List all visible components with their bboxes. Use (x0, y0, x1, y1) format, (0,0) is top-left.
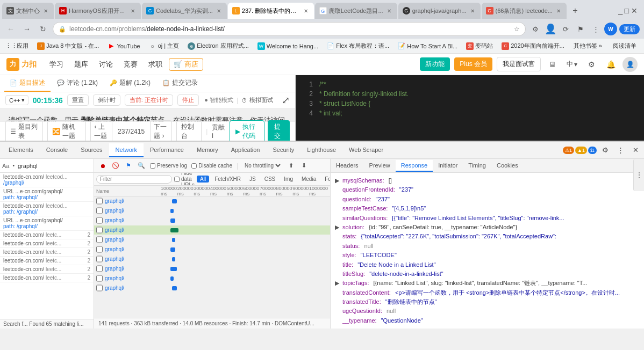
record-btn[interactable]: ⏺ (98, 162, 107, 170)
nav-problems[interactable]: 题库 (70, 57, 92, 71)
lc-logo[interactable]: 力 力扣 (6, 58, 37, 71)
nav-store[interactable]: 🛒 商店 (169, 58, 203, 71)
nav-contest[interactable]: 竞赛 (119, 57, 142, 71)
nav-item-5[interactable]: leetcode-cn.com/ leetc... 2 (0, 231, 94, 239)
tab-close-7[interactable]: ✕ (555, 7, 562, 14)
nav-item-6[interactable]: leetcode-cn.com/ leetc... 2 (0, 239, 94, 248)
devtools-more-btn[interactable]: ⋮ (614, 144, 627, 157)
network-filter-input[interactable] (96, 175, 172, 184)
extensions-button[interactable]: ⚙ (529, 23, 542, 35)
more-tools-icon[interactable]: ⋮ (589, 23, 602, 35)
filter-img[interactable]: Img (281, 176, 296, 183)
dt-tab-sources[interactable]: Sources (74, 143, 109, 157)
browser-tab-1[interactable]: 文 文档中心 ✕ (2, 3, 54, 19)
dt-tab-performance[interactable]: Performance (144, 143, 190, 157)
browser-tab-7[interactable]: C (66条消息) leetcode... ✕ (482, 3, 567, 19)
filter-media[interactable]: Media (298, 176, 319, 183)
net-item-3[interactable]: graphql/ (94, 216, 330, 225)
submit-btn[interactable]: 提交 (268, 120, 290, 141)
disable-cache-checkbox[interactable]: Disable cache (191, 163, 232, 169)
net-item-1[interactable]: graphql/ (94, 196, 330, 206)
bookmark-youtube[interactable]: ▶ YouTube (104, 41, 143, 51)
expand-icon-1[interactable]: ▶ (335, 177, 340, 185)
net-item-4[interactable]: graphql/ (94, 225, 330, 235)
notification-icon[interactable]: 🔔 (603, 57, 618, 72)
nav-item-9[interactable]: leetcode-cn.com/ leetc... 2 (0, 265, 94, 274)
dt-tab-security[interactable]: Security (266, 143, 300, 157)
back-button[interactable]: ← (4, 23, 17, 35)
filter-fetch[interactable]: Fetch/XHR (211, 176, 244, 183)
browser-tab-3[interactable]: C Codelabs_华为实训... ✕ (142, 3, 227, 19)
account-icon[interactable]: 👤 (544, 23, 557, 35)
resp-tab-initiator[interactable]: Initiator (433, 160, 463, 172)
filter-js[interactable]: JS (246, 176, 259, 183)
filter-font[interactable]: Font (321, 176, 330, 183)
intelligence-mode[interactable]: ● 智能模式 (204, 96, 233, 104)
browser-tab-4[interactable]: L 237. 删除链表中的节... ✕ (228, 3, 314, 19)
settings-icon[interactable]: ⚙ (584, 57, 599, 72)
tab-close-3[interactable]: ✕ (215, 7, 223, 14)
import-har-btn[interactable]: ⬆ (287, 162, 295, 170)
tab-close-2[interactable]: ✕ (129, 7, 137, 14)
problem-list-btn[interactable]: ☰ 题目列表 (5, 120, 43, 141)
tab-close-6[interactable]: ✕ (469, 7, 476, 14)
search-network-btn[interactable]: 🔍 (137, 162, 146, 170)
bookmark-bianma[interactable]: 变 变码站 (463, 41, 496, 51)
bookmark-java[interactable]: J Java 8 中文版 - 在... (34, 41, 102, 51)
next-btn[interactable]: 下一题 › (150, 120, 172, 141)
clear-btn[interactable]: 🚫 (111, 162, 120, 170)
resp-tab-preview[interactable]: Preview (364, 160, 396, 172)
filter-css[interactable]: CSS (261, 176, 279, 183)
nav-item-8[interactable]: leetcode-cn.com/ leetc... 2 (0, 257, 94, 265)
expand-icon-6[interactable]: ▶ (335, 223, 340, 231)
dt-tab-memory[interactable]: Memory (190, 143, 225, 157)
nav-jobs[interactable]: 求职 (144, 57, 167, 71)
code-editor[interactable]: 1 /** 2 * Definition for singly-linked l… (296, 75, 644, 141)
bookmark-welcome[interactable]: W Welcome to Hang... (254, 41, 321, 51)
nav-item-2[interactable]: URL ...e-cn.com/graphql/ path: /graphql/ (0, 187, 94, 202)
resp-tab-cookies[interactable]: Cookies (491, 160, 524, 172)
simulate-btn[interactable]: ⏱ 模拟面试 (241, 96, 273, 104)
contribute-btn[interactable]: 贡献 i (212, 123, 225, 140)
forward-button[interactable]: → (20, 23, 33, 35)
random-btn[interactable]: 🔀 随机一题 (47, 120, 87, 141)
expand-editor-btn[interactable]: ⤢ (282, 94, 290, 106)
reload-button[interactable]: ↻ (37, 23, 49, 35)
dt-tab-application[interactable]: Application (225, 143, 267, 157)
nav-item-4[interactable]: URL ...e-cn.com/graphql/ path: /graphql/ (0, 216, 94, 231)
preserve-log-checkbox[interactable]: Preserve log (150, 163, 187, 169)
dt-tab-lighthouse[interactable]: Lighthouse (300, 143, 342, 157)
console-btn[interactable]: 控制台 (176, 120, 202, 141)
net-item-8[interactable]: graphql/ (94, 264, 330, 274)
filter-all[interactable]: All (197, 176, 209, 183)
bookmark-blog[interactable]: 📝 How To Start A Bl... (395, 41, 461, 51)
new-tab-button[interactable]: + (568, 3, 583, 18)
dt-tab-console[interactable]: Console (40, 143, 74, 157)
tab-solutions[interactable]: 🔑 题解 (1.2k) (104, 75, 156, 92)
nav-item-7[interactable]: leetcode-cn.com/ leetc... 2 (0, 248, 94, 257)
net-item-10[interactable]: graphql/ (94, 283, 330, 293)
profile-avatar[interactable]: W (604, 23, 617, 35)
nav-item-10[interactable]: leetcode-cn.com/ leetc... 2 (0, 274, 94, 282)
hide-data-checkbox[interactable]: Hide data URLs (174, 173, 195, 186)
run-btn[interactable]: ▶ 执行代码 (230, 120, 264, 141)
flag-icon[interactable]: ⚑ (574, 23, 587, 35)
sync-icon[interactable]: ⟳ (559, 23, 572, 35)
net-item-6[interactable]: graphql/ (94, 245, 330, 254)
filter-btn[interactable]: ⚑ (124, 162, 133, 170)
net-item-5[interactable]: graphql/ (94, 235, 330, 245)
resp-tab-response[interactable]: Response (396, 160, 433, 172)
close-button[interactable]: ✕ (631, 6, 638, 15)
update-button[interactable]: 更新 (619, 24, 640, 34)
prev-btn[interactable]: ‹ 上一题 (90, 120, 112, 141)
net-item-7[interactable]: graphql/ (94, 254, 330, 264)
stop-btn[interactable]: 停止 (177, 94, 199, 106)
throttle-select[interactable]: No throttling (242, 162, 282, 169)
tab-submissions[interactable]: 📋 提交记录 (157, 75, 203, 92)
tab-close-5[interactable]: ✕ (385, 7, 393, 14)
net-item-2[interactable]: graphql/ (94, 206, 330, 216)
browser-tab-5[interactable]: G 爬取LeetCode题目... ✕ (315, 3, 397, 19)
bookmark-electron[interactable]: e Electron 应用程式... (184, 41, 252, 51)
countdown-btn[interactable]: 倒计时 (93, 94, 120, 106)
dt-tab-elements[interactable]: Elements (2, 143, 40, 157)
